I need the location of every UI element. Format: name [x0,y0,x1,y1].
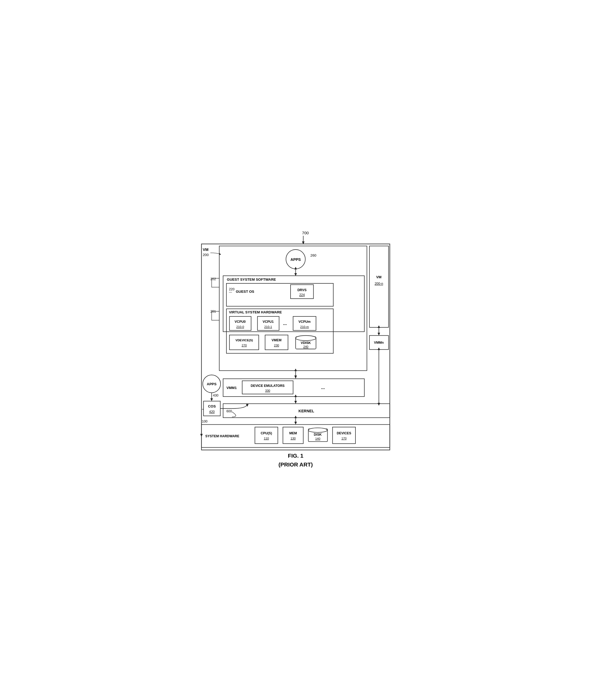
vdevice-ref-span: 270 [242,344,247,347]
top-ref-label: 700 [302,231,309,235]
vcpu1-ref: 210-1 [264,325,272,328]
cos-ref: 420 [209,410,215,414]
dots2: ... [321,385,325,390]
cos-ref-span: 420 [209,410,215,414]
figure-label: FIG. 1 [288,453,304,459]
cos-box [203,401,220,416]
mem-label: MEM [289,431,297,435]
vmn-to-vmmn-arrowhead [378,333,380,335]
vmn-to-vmmn-arrowhead2 [378,325,380,328]
kernel-label: KERNEL [298,409,314,413]
devices-ref-span: 170 [341,437,346,440]
cpus-ref: 110 [264,437,269,440]
kernel-back-curve [232,412,236,417]
guest-system-ref: 202 [210,277,216,281]
apps-label: APPS [290,257,301,261]
apps-up-arrowhead [294,267,297,269]
cpus-ref-span: 110 [264,437,269,440]
vmm1-label: VMM1 [226,386,237,390]
vmmn-label: VMMn [374,341,384,344]
vcpu0-ref-span: 210-0 [236,325,244,328]
apps-ref: 260 [310,253,316,257]
vm-n-label: VM [376,275,382,279]
vdevice-ref: 270 [242,344,247,347]
kernel-to-syshw-arrowhead [294,422,297,424]
device-emulators-label: DEVICE EMULATORS [251,384,284,388]
guest-os-label: GUEST OS [236,290,254,294]
virtual-hw-label: VIRTUAL SYSTEM HARDWARE [229,310,282,314]
devices-label: DEVICES [337,431,351,435]
vcpu0-label: VCPU0 [235,320,246,324]
guest-system-label: GUEST SYSTEM SOFTWARE [227,278,276,282]
mem-ref: 130 [290,437,296,440]
cpus-box [255,427,278,444]
vm-to-vmm-arrowhead2 [294,369,297,371]
vmmn-to-kernel-arrowhead [378,403,380,406]
disk-top [308,428,327,433]
apps-left-label: APPS [207,382,216,386]
cpus-label: CPU(S) [261,431,272,435]
guest-os-ref: 220 [229,287,235,291]
drvs-label: DRVS [297,288,306,292]
vmmn-to-kernel-arrowhead2 [378,347,380,350]
vmem-box [265,335,288,349]
vcpu1-label: VCPU1 [262,320,273,324]
vm-to-vmm-arrowhead [294,375,297,379]
vm-n-box [370,246,388,327]
vdisk-ref: 240 [303,345,308,348]
vcpu1-ref-span: 210-1 [264,325,272,328]
vmm-to-kernel-arrowhead2 [294,394,297,397]
vm-n-ref: 200-n [375,282,383,286]
disk-ref: 140 [315,437,320,440]
mem-box [283,427,303,444]
vdevice-box [229,335,259,349]
vcpu0-ref: 210-0 [236,325,244,328]
guest-os-box [226,283,333,306]
ref-430: 430 [213,394,218,397]
device-emulators-ref-span: 330 [265,389,270,392]
apps-to-cos-arrowhead [210,398,213,401]
vmem-ref: 230 [274,344,279,347]
vdisk-label: VDISK [301,341,311,345]
mem-ref-span: 130 [290,437,296,440]
cos-label: COS [208,404,216,408]
vmem-label: VMEM [271,338,281,342]
disk-ref-span: 140 [315,437,320,440]
vm-ref: 200 [203,253,208,257]
disk-label: DISK [314,433,322,437]
vcpum-label: VCPUm [298,320,310,324]
virtual-hw-ref: 201 [210,310,216,313]
cos-dashed-arrowhead [200,434,203,437]
dots1: ... [283,321,287,326]
ref-600: 600 [226,409,232,413]
diagram-container: 700 VM 200 APPS 260 GUEST [196,229,395,471]
vcpum-ref-span: 210-m [300,325,309,328]
vmem-ref-span: 230 [274,344,279,347]
vdisk-ref-span: 240 [303,345,308,348]
ref-100: 100 [202,419,207,423]
system-hw-label: SYSTEM HARDWARE [205,434,239,438]
devices-ref: 170 [341,437,346,440]
vdisk-top [296,335,316,340]
drvs-ref: 224 [299,293,305,297]
vdevice-label: VDEVICE(S) [235,338,253,342]
vm-n-ref-span: 200-n [375,282,383,286]
kernel-to-syshw-arrowhead2 [294,415,297,418]
vm-outer-box [219,246,367,371]
vm-label: VM [203,247,208,252]
device-emulators-ref: 330 [265,389,270,392]
vmm-to-kernel-arrowhead [294,401,297,403]
cos-to-kernel-curve [232,404,247,408]
vcpum-ref: 210-m [300,325,309,328]
prior-art-label: (PRIOR ART) [278,461,313,468]
devices-box [332,427,355,444]
